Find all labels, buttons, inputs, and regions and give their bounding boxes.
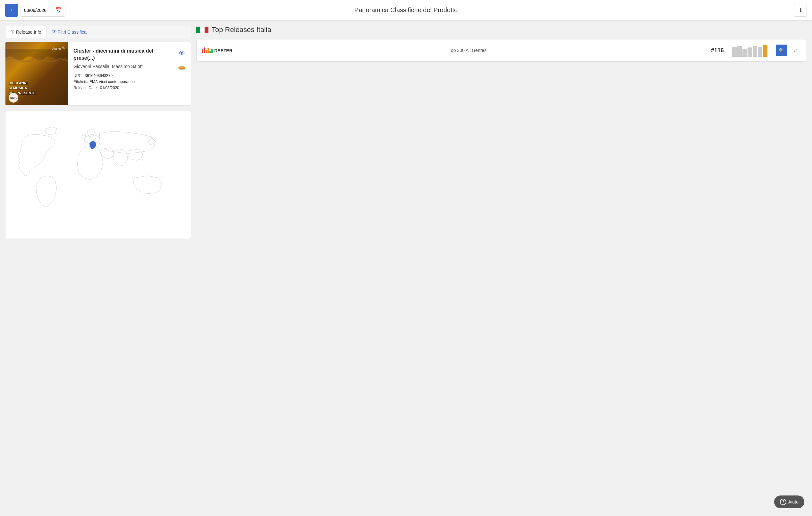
chart-bar: [763, 45, 767, 57]
release-upc: UPC : 3616403643279: [74, 73, 168, 79]
cover-wave-svg: [5, 49, 68, 68]
cover-line2: DI MUSICA: [9, 86, 36, 90]
cover-logo: EMA: [9, 93, 18, 103]
release-date: Release Date : 01/08/2020: [74, 85, 168, 91]
tabs-bar: ⦾ Release Info ⧩ Filtri Classifica: [5, 26, 191, 38]
flag-green: [196, 27, 200, 33]
date-field: 📅: [21, 4, 65, 17]
filter-icon: ⧩: [52, 29, 56, 35]
chart-name: Top 300 All Genres: [232, 48, 703, 53]
chart-actions: 🔍 ⤢: [776, 45, 802, 56]
date-input[interactable]: [24, 8, 53, 13]
date-value: 01/08/2020: [100, 86, 119, 90]
header-bar: ‹ 📅 Panoramica Classifiche del Prodotto …: [0, 0, 812, 21]
release-info: Cluster - dieci anni di musica del prese…: [68, 42, 173, 105]
download-button[interactable]: ⬇: [794, 4, 807, 17]
page-title: Panoramica Classifiche del Prodotto: [354, 6, 458, 14]
help-circle-icon: ?: [780, 499, 786, 505]
upc-label: UPC: [74, 74, 82, 78]
deezer-text: DEEZER: [214, 48, 232, 53]
date-label: Release Date :: [74, 86, 99, 90]
right-panel: Top Releases Italia DEEZER Top 300: [196, 26, 807, 239]
chart-row: DEEZER Top 300 All Genres #116 🔍 ⤢: [197, 39, 807, 61]
release-cover: cluster✎ DIECI ANNI DI MUSICA DEL PRESEN…: [5, 42, 68, 105]
chart-bar: [753, 46, 757, 57]
pie-chart-icon: 🥧: [178, 63, 186, 70]
tab-release-info[interactable]: ⦾ Release Info: [5, 26, 47, 38]
eye-icon: 👁: [179, 50, 185, 57]
flag-white: [200, 27, 204, 33]
calendar-icon[interactable]: 📅: [56, 7, 62, 13]
chart-bar: [743, 49, 747, 57]
main-content: ⦾ Release Info ⧩ Filtri Classifica clust…: [0, 21, 812, 244]
tab-filter-label: Filtri Classifica: [58, 29, 87, 35]
chart-rank: #116: [708, 47, 727, 54]
italy-flag-icon: [196, 27, 208, 33]
chart-bar: [737, 46, 742, 57]
upc-value: 3616403643279: [85, 74, 113, 78]
release-artist: Giovanni Passalia, Massimo Salotti: [74, 64, 168, 69]
map-container: [5, 111, 191, 239]
release-label: Etichetta EMA Vinci contemporanea: [74, 79, 168, 85]
header-right: ⬇: [794, 4, 807, 17]
tab-filter[interactable]: ⧩ Filtri Classifica: [47, 26, 92, 38]
world-map-svg: [10, 116, 186, 233]
radio-icon: ⦾: [10, 29, 14, 35]
section-title: Top Releases Italia: [196, 26, 807, 34]
chart-button[interactable]: 🥧: [176, 61, 187, 73]
deezer-logo: DEEZER: [202, 48, 227, 53]
tab-release-info-label: Release Info: [16, 29, 41, 35]
help-button[interactable]: ? Aiuto: [774, 495, 804, 508]
flag-red: [205, 27, 208, 33]
chart-bar: [732, 47, 737, 57]
share-button[interactable]: ⤢: [790, 45, 802, 56]
release-title: Cluster - dieci anni di musica del prese…: [74, 48, 168, 62]
release-actions: 👁 🥧: [173, 42, 191, 105]
release-meta: UPC : 3616403643279 Etichetta EMA Vinci …: [74, 73, 168, 91]
back-button[interactable]: ‹: [5, 4, 18, 17]
cover-brand-label: cluster✎: [52, 46, 65, 51]
section-title-text: Top Releases Italia: [212, 26, 271, 34]
chart-bars: [732, 44, 771, 57]
eye-button[interactable]: 👁: [176, 48, 187, 59]
chart-table: DEEZER Top 300 All Genres #116 🔍 ⤢: [196, 39, 807, 62]
search-button[interactable]: 🔍: [776, 45, 787, 56]
chart-bar: [758, 47, 762, 57]
header-left: ‹ 📅: [5, 4, 65, 17]
label-value: EMA Vinci contemporanea: [89, 80, 135, 84]
cover-line1: DIECI ANNI: [9, 81, 36, 86]
chart-bar: [748, 48, 752, 57]
release-card: cluster✎ DIECI ANNI DI MUSICA DEL PRESEN…: [5, 42, 191, 106]
help-label: Aiuto: [788, 499, 799, 505]
left-panel: ⦾ Release Info ⧩ Filtri Classifica clust…: [5, 26, 191, 239]
label-label: Etichetta: [74, 80, 88, 84]
